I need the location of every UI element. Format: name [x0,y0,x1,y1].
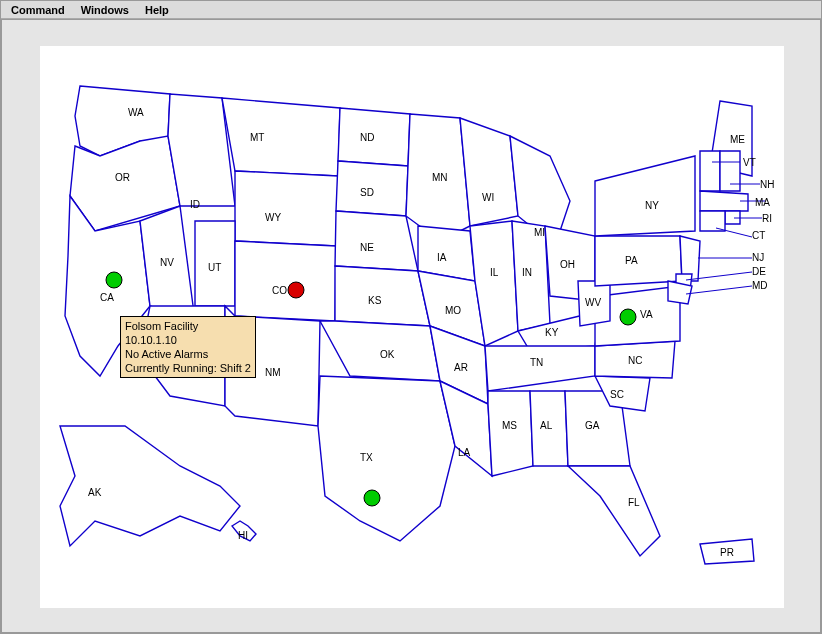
tooltip-alarm-status: No Active Alarms [125,347,251,361]
tooltip-running-status: Currently Running: Shift 2 [125,361,251,375]
label-TN: TN [530,357,543,368]
label-WI: WI [482,192,494,203]
label-RI: RI [762,213,772,224]
state-AK[interactable] [60,426,240,546]
state-WI[interactable] [460,118,518,226]
label-UT: UT [208,262,221,273]
svg-line-7 [686,286,752,294]
label-KY: KY [545,327,559,338]
label-CA: CA [100,292,114,303]
label-NC: NC [628,355,642,366]
window-body: WA OR CA ID NV MT WY UT AZ CO NM ND SD N… [1,19,821,633]
label-CT: CT [752,230,765,241]
label-NH: NH [760,179,774,190]
state-VT[interactable] [700,151,720,191]
menubar: Command Windows Help [1,1,821,19]
tooltip-ip: 10.10.1.10 [125,333,251,347]
label-OR: OR [115,172,130,183]
state-MS[interactable] [488,391,533,476]
state-NY[interactable] [595,156,695,236]
label-ID: ID [190,199,200,210]
label-MS: MS [502,420,517,431]
label-OH: OH [560,259,575,270]
label-FL: FL [628,497,640,508]
us-map[interactable]: WA OR CA ID NV MT WY UT AZ CO NM ND SD N… [40,46,784,608]
facility-tooltip: Folsom Facility 10.10.1.10 No Active Ala… [120,316,256,378]
state-NE[interactable] [335,211,418,271]
state-CO[interactable] [235,241,336,321]
menu-command[interactable]: Command [3,2,73,18]
menu-help[interactable]: Help [137,2,177,18]
label-ND: ND [360,132,374,143]
label-WV: WV [585,297,601,308]
label-LA: LA [458,447,471,458]
label-NE: NE [360,242,374,253]
state-WY[interactable] [235,171,338,246]
label-AK: AK [88,487,102,498]
state-TN[interactable] [485,346,595,391]
label-WY: WY [265,212,281,223]
label-HI: HI [238,530,248,541]
label-GA: GA [585,420,600,431]
label-IA: IA [437,252,447,263]
label-IN: IN [522,267,532,278]
label-WA: WA [128,107,144,118]
label-NY: NY [645,200,659,211]
label-TX: TX [360,452,373,463]
state-MT[interactable] [222,98,340,176]
label-MT: MT [250,132,264,143]
label-PR: PR [720,547,734,558]
svg-line-4 [716,228,752,237]
label-NM: NM [265,367,281,378]
state-FL[interactable] [568,466,660,556]
label-MO: MO [445,305,461,316]
texas-marker[interactable] [364,490,380,506]
california-marker[interactable] [106,272,122,288]
label-CO: CO [272,285,287,296]
virginia-marker[interactable] [620,309,636,325]
label-MA: MA [755,197,770,208]
label-OK: OK [380,349,395,360]
state-CT[interactable] [700,211,725,231]
tooltip-facility-name: Folsom Facility [125,319,251,333]
state-PA[interactable] [595,236,682,286]
colorado-marker[interactable] [288,282,304,298]
label-MD: MD [752,280,768,291]
label-MI: MI [534,227,545,238]
label-NV: NV [160,257,174,268]
state-KS[interactable] [335,266,430,326]
state-TX[interactable] [318,376,455,541]
label-DE: DE [752,266,766,277]
label-SC: SC [610,389,624,400]
label-KS: KS [368,295,382,306]
label-MN: MN [432,172,448,183]
menu-windows[interactable]: Windows [73,2,137,18]
label-AL: AL [540,420,553,431]
label-ME: ME [730,134,745,145]
label-SD: SD [360,187,374,198]
label-IL: IL [490,267,499,278]
label-AR: AR [454,362,468,373]
label-PA: PA [625,255,638,266]
label-VT: VT [743,157,756,168]
label-VA: VA [640,309,653,320]
state-NH[interactable] [720,151,740,191]
label-NJ: NJ [752,252,764,263]
